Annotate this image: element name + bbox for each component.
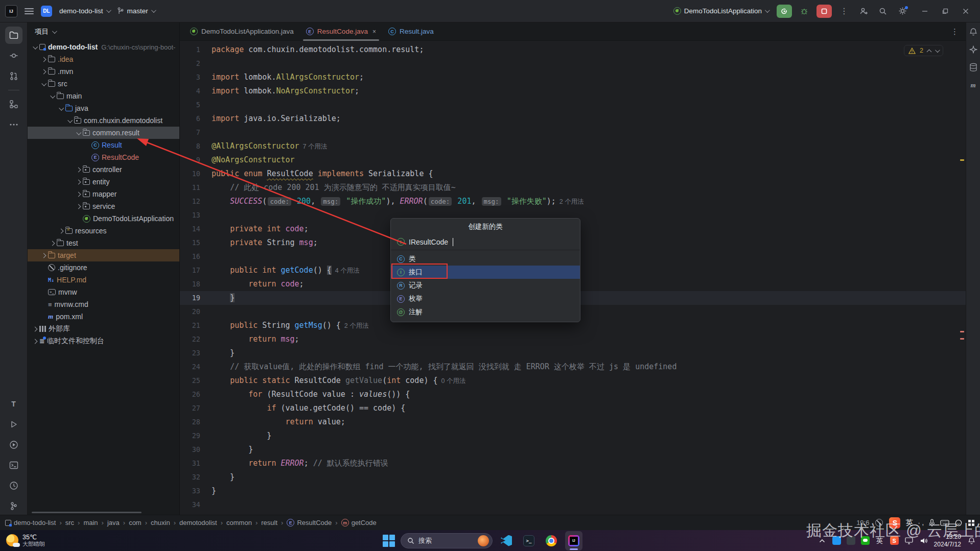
expander-open-icon[interactable] (39, 82, 48, 86)
project-panel-header[interactable]: 项目 (28, 22, 179, 41)
code-line-12[interactable]: 12 SUCCESS(code: 200, msg: "操作成功"), ERRO… (180, 195, 966, 208)
settings-button[interactable] (895, 5, 909, 18)
expander-closed-icon[interactable] (74, 193, 83, 196)
keyboard-icon[interactable] (940, 520, 949, 526)
project-selector[interactable]: demo-todo-list (59, 7, 110, 15)
tree-item-main[interactable]: main (28, 90, 179, 102)
breadcrumb-item-com[interactable]: com (129, 519, 142, 526)
breadcrumb-item-getCode[interactable]: mgetCode (341, 519, 377, 526)
expander-closed-icon[interactable] (39, 70, 48, 74)
sogou-logo-icon[interactable]: S (889, 517, 900, 529)
tree-item-外部库[interactable]: 外部库 (28, 323, 179, 335)
expander-closed-icon[interactable] (57, 229, 65, 233)
version-control-tool-button[interactable] (5, 497, 22, 515)
breadcrumb-item-java[interactable]: java (107, 519, 120, 526)
code-line-24[interactable]: 24 // 获取value值, 此处的操作和数组 find 一个功能, 找到了就… (180, 360, 966, 374)
display-icon[interactable] (904, 536, 914, 545)
tree-item-临时文件和控制台[interactable]: ≣临时文件和控制台 (28, 335, 179, 347)
kind-item-记录[interactable]: R记录 (391, 279, 580, 292)
kind-item-注解[interactable]: @注解 (391, 305, 580, 319)
pull-requests-tool-button[interactable] (5, 67, 22, 85)
code-line-9[interactable]: 9@NoArgsConstructor (180, 153, 966, 167)
tray-app2-icon[interactable] (847, 536, 855, 545)
expander-closed-icon[interactable] (31, 340, 39, 343)
services-tool-button[interactable] (5, 436, 22, 453)
tab-ResultCode.java[interactable]: EResultCode.java× (300, 22, 382, 41)
warning-stripe-mark[interactable] (960, 159, 964, 161)
database-tool-button[interactable] (969, 63, 977, 72)
commit-tool-button[interactable] (5, 47, 22, 64)
code-line-30[interactable]: 30 } (180, 443, 966, 457)
expander-open-icon[interactable] (74, 131, 83, 135)
error-stripe-mark[interactable] (960, 331, 964, 332)
breadcrumb-item-demotodolist[interactable]: demotodolist (179, 519, 217, 526)
expander-closed-icon[interactable] (74, 205, 83, 208)
breadcrumb-item-ResultCode[interactable]: EResultCode (287, 519, 332, 526)
more-tools-button[interactable] (5, 116, 22, 133)
inspection-widget[interactable]: 2 (904, 45, 943, 56)
notifications-tool-button[interactable] (969, 28, 977, 36)
code-line-32[interactable]: 32 } (180, 470, 966, 484)
clock-widget[interactable]: 13:20 2024/7/12 (934, 533, 961, 548)
code-line-2[interactable]: 2 (180, 57, 966, 70)
maven-tool-button[interactable]: m (970, 81, 975, 89)
volume-icon[interactable] (919, 536, 928, 545)
maximize-button[interactable] (935, 4, 955, 19)
highlight-level-icon[interactable] (875, 519, 883, 526)
expander-open-icon[interactable] (65, 119, 74, 123)
code-line-31[interactable]: 31 return ERROR; // 默认系统执行错误 (180, 457, 966, 470)
taskbar-search[interactable]: 搜索 (401, 533, 493, 548)
debug-button[interactable] (797, 5, 811, 18)
tab-DemoTodoListApplication.java[interactable]: DemoTodoListApplication.java (184, 22, 300, 41)
tree-item-mvnw.cmd[interactable]: ≡mvnw.cmd (28, 298, 179, 310)
ime-language-indicator[interactable]: 英 (905, 518, 913, 528)
emoticon-icon[interactable] (954, 519, 963, 526)
expander-closed-icon[interactable] (48, 242, 57, 245)
tree-item-DemoTodoListApplication[interactable]: DemoTodoListApplication (28, 212, 179, 225)
code-line-29[interactable]: 29 } (180, 429, 966, 443)
minimize-button[interactable] (915, 4, 935, 19)
wechat-icon[interactable] (861, 536, 870, 545)
structure-tool-button[interactable] (5, 95, 22, 113)
code-line-28[interactable]: 28 return value; (180, 415, 966, 429)
search-everywhere-button[interactable] (876, 5, 890, 18)
tree-item-target[interactable]: target (28, 249, 179, 261)
run-configuration-selector[interactable]: DemoTodoListApplication (673, 7, 768, 15)
expander-closed-icon[interactable] (74, 168, 83, 172)
kind-item-枚举[interactable]: E枚举 (391, 292, 580, 305)
expander-open-icon[interactable] (48, 94, 57, 98)
tree-item-.idea[interactable]: .idea (28, 53, 179, 65)
tab-Result.java[interactable]: CResult.java (382, 22, 440, 41)
breadcrumb-item-result[interactable]: result (261, 519, 277, 526)
tab-close-icon[interactable]: × (372, 28, 376, 35)
breadcrumb-item-main[interactable]: main (83, 519, 98, 526)
tree-item-.gitignore[interactable]: .gitignore (28, 261, 179, 274)
expander-closed-icon[interactable] (74, 180, 83, 184)
tray-sogou-icon[interactable]: S (890, 536, 899, 545)
code-line-1[interactable]: 1package com.chuxin.demotodolist.common.… (180, 43, 966, 57)
main-menu-icon[interactable] (25, 8, 34, 14)
code-line-10[interactable]: 10public enum ResultCode implements Seri… (180, 167, 966, 181)
tray-ime-language[interactable]: 英 (875, 536, 884, 545)
tree-item-demo-todo-list[interactable]: demo-todo-list G:\chuxin-cs\spring-boot- (28, 41, 179, 53)
taskbar-app-idea[interactable]: IJ (565, 531, 582, 550)
tree-item-test[interactable]: test (28, 237, 179, 249)
expander-closed-icon[interactable] (31, 327, 39, 331)
code-line-27[interactable]: 27 if (value.getCode() == code) { (180, 401, 966, 415)
problems-tool-button[interactable] (5, 477, 22, 494)
tree-item-common.result[interactable]: common.result (28, 127, 179, 139)
tree-item-resources[interactable]: resources (28, 225, 179, 237)
tree-item-controller[interactable]: controller (28, 163, 179, 176)
start-button[interactable] (382, 534, 395, 547)
expander-closed-icon[interactable] (39, 254, 48, 257)
tree-item-.mvn[interactable]: .mvn (28, 65, 179, 78)
search-highlight-photo[interactable] (478, 535, 489, 546)
code-line-34[interactable]: 34 (180, 498, 966, 512)
tree-item-service[interactable]: service (28, 200, 179, 212)
terminal-tool-button[interactable] (5, 457, 22, 474)
tree-item-entity[interactable]: entity (28, 176, 179, 188)
code-line-11[interactable]: 11 // 此处 code 200 201 为演示随意写的 不适用真实项目取值~ (180, 181, 966, 195)
code-line-8[interactable]: 8@AllArgsConstructor 7 个用法 (180, 139, 966, 153)
code-line-5[interactable]: 5 (180, 98, 966, 112)
taskbar-app-chrome[interactable] (543, 531, 560, 550)
